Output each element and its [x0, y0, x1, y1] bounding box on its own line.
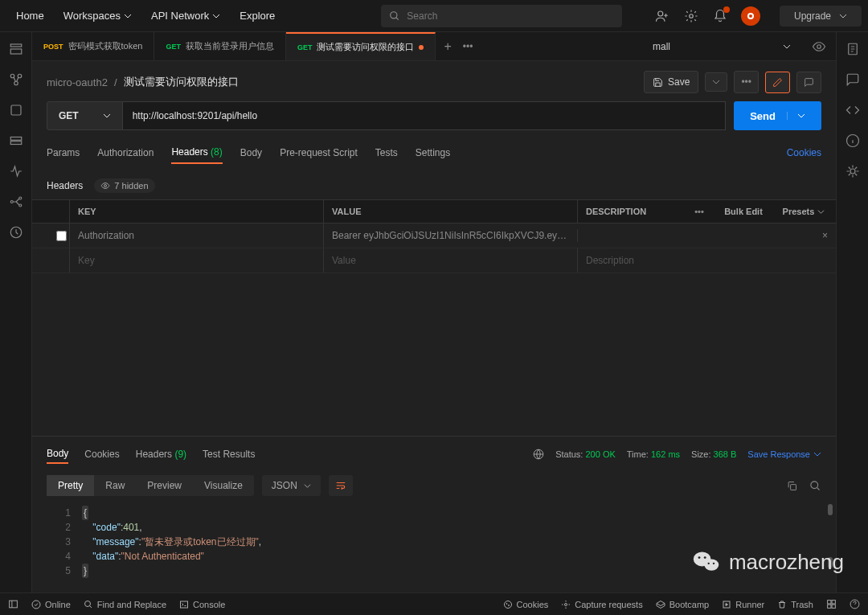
resp-tab-headers[interactable]: Headers (9) [136, 445, 186, 463]
left-sidebar [0, 32, 32, 592]
svg-rect-38 [832, 605, 835, 608]
wrap-lines-icon[interactable] [329, 475, 353, 496]
svg-point-22 [811, 481, 818, 488]
header-checkbox[interactable] [56, 231, 67, 241]
save-dropdown[interactable] [705, 72, 727, 92]
bb-runner[interactable]: Runner [722, 599, 764, 609]
tab-1[interactable]: GET获取当前登录用户信息 [154, 32, 286, 60]
upgrade-button[interactable]: Upgrade [780, 6, 862, 27]
req-tab-auth[interactable]: Authorization [97, 142, 154, 163]
chevron-down-icon [783, 43, 791, 51]
svg-point-28 [84, 601, 90, 606]
save-response-button[interactable]: Save Response [747, 449, 821, 459]
user-avatar[interactable] [741, 6, 760, 26]
resp-tab-tests[interactable]: Test Results [203, 445, 255, 463]
header-row[interactable]: Authorization Bearer eyJhbGciOiJSUzI1NiI… [32, 223, 836, 248]
search-box[interactable] [381, 5, 622, 27]
save-button[interactable]: Save [644, 71, 698, 93]
delete-row-icon[interactable]: × [822, 230, 828, 241]
copy-icon[interactable] [786, 480, 798, 492]
nav-explore[interactable]: Explore [230, 10, 285, 22]
console-toggle[interactable]: Console [179, 600, 225, 609]
nav-home[interactable]: Home [6, 10, 54, 22]
related-icon[interactable] [845, 164, 860, 178]
presets-dropdown[interactable]: Presets [772, 200, 836, 223]
online-status[interactable]: Online [31, 600, 71, 609]
url-input[interactable] [123, 101, 727, 130]
nav-workspaces[interactable]: Workspaces [54, 10, 141, 22]
environments-icon[interactable] [9, 103, 23, 117]
search-response-icon[interactable] [809, 480, 821, 492]
response-body[interactable]: 1{ 2 "code": 401, 3 "message": "暂未登录或tok… [32, 502, 836, 592]
mock-servers-icon[interactable] [9, 133, 23, 148]
svg-rect-21 [791, 484, 796, 490]
resp-tab-cookies[interactable]: Cookies [84, 445, 119, 463]
view-pretty[interactable]: Pretty [47, 475, 94, 496]
help-icon[interactable] [850, 599, 860, 609]
format-select[interactable]: JSON [262, 475, 321, 496]
column-options[interactable]: ••• [683, 200, 715, 223]
search-icon [389, 10, 400, 22]
sidebar-toggle-icon[interactable] [8, 599, 18, 609]
tab-2[interactable]: GET测试需要访问权限的接口 [286, 32, 436, 60]
tab-options-icon[interactable]: ••• [463, 41, 473, 52]
bb-trash[interactable]: Trash [777, 599, 813, 609]
env-quicklook-icon[interactable] [802, 32, 836, 60]
header-desc[interactable] [577, 229, 822, 242]
settings-icon[interactable] [683, 8, 699, 24]
documentation-icon[interactable] [845, 42, 860, 56]
method-select[interactable]: GET [47, 101, 123, 130]
status-bar: Online Find and Replace Console Cookies … [0, 592, 868, 615]
layout-icon[interactable] [826, 599, 837, 609]
req-tab-tests[interactable]: Tests [375, 142, 398, 163]
svg-point-32 [508, 605, 509, 605]
view-preview[interactable]: Preview [136, 475, 193, 496]
bb-cookies[interactable]: Cookies [503, 599, 549, 609]
scrollbar[interactable] [828, 557, 833, 568]
cookies-link[interactable]: Cookies [787, 147, 821, 158]
monitors-icon[interactable] [9, 164, 23, 178]
view-visualize[interactable]: Visualize [193, 475, 254, 496]
chevron-down-icon [124, 12, 132, 20]
globe-icon[interactable] [533, 449, 544, 460]
tab-0[interactable]: POST密码模式获取token [32, 32, 154, 60]
apis-icon[interactable] [9, 72, 23, 87]
more-actions[interactable]: ••• [734, 71, 759, 93]
bb-bootcamp[interactable]: Bootcamp [656, 599, 710, 609]
svg-point-10 [14, 81, 18, 85]
notifications-icon[interactable] [712, 8, 728, 24]
new-tab-icon[interactable]: + [444, 39, 451, 54]
code-icon[interactable] [845, 103, 860, 117]
bb-capture[interactable]: Capture requests [561, 599, 642, 609]
view-raw[interactable]: Raw [94, 475, 136, 496]
find-replace[interactable]: Find and Replace [84, 600, 166, 609]
req-tab-prerequest[interactable]: Pre-request Script [280, 142, 358, 163]
history-icon[interactable] [9, 225, 23, 240]
resp-tab-body[interactable]: Body [47, 445, 68, 464]
bulk-edit[interactable]: Bulk Edit [715, 200, 772, 223]
req-tab-params[interactable]: Params [47, 142, 80, 163]
breadcrumb-collection[interactable]: micro-oauth2 [47, 76, 108, 88]
header-key[interactable]: Authorization [69, 223, 323, 248]
req-tab-settings[interactable]: Settings [416, 142, 450, 163]
send-button[interactable]: Send [734, 101, 821, 130]
collections-icon[interactable] [9, 42, 23, 56]
chevron-down-icon [103, 112, 111, 120]
search-input[interactable] [407, 10, 614, 22]
nav-api-network[interactable]: API Network [141, 10, 230, 22]
header-row-new[interactable]: Key Value Description [32, 248, 836, 273]
scrollbar[interactable] [828, 504, 833, 515]
hidden-headers-toggle[interactable]: 7 hidden [94, 178, 154, 193]
req-tab-headers[interactable]: Headers (8) [171, 141, 222, 164]
edit-button[interactable] [765, 72, 790, 93]
environment-select[interactable]: mall [641, 32, 802, 60]
invite-icon[interactable] [654, 8, 670, 24]
svg-point-0 [391, 11, 397, 18]
flows-icon[interactable] [9, 195, 23, 209]
req-tab-body[interactable]: Body [240, 142, 262, 163]
comments-icon[interactable] [845, 72, 860, 87]
info-icon[interactable] [845, 133, 860, 148]
top-bar: Home Workspaces API Network Explore Upgr… [0, 0, 868, 32]
comment-button[interactable] [796, 72, 821, 93]
header-value[interactable]: Bearer eyJhbGciOiJSUzI1NiIsInR5cCI6IkpXV… [323, 223, 577, 248]
